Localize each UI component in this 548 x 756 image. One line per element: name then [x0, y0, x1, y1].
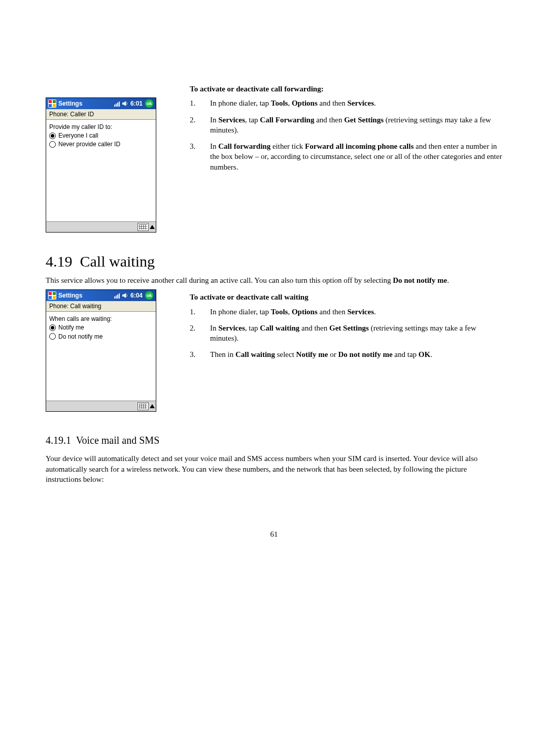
svg-rect-1: [116, 104, 117, 107]
svg-rect-5: [114, 297, 115, 299]
windows-flag-icon: [48, 291, 56, 300]
step: 2. In Services, tap Call Forwarding and …: [190, 115, 502, 136]
radio-dot-selected-icon: [49, 324, 56, 331]
step: 3. In Call forwarding either tick Forwar…: [190, 141, 502, 172]
device-1: Settings 6:01 ok Phone: Caller ID: [46, 97, 156, 233]
section-title: Call waiting: [80, 253, 155, 270]
device-1-footer: [46, 221, 156, 232]
radio-never: Never provide caller ID: [49, 140, 153, 148]
device-2-title: Settings: [58, 292, 82, 299]
svg-rect-8: [119, 293, 120, 299]
keyboard-icon: [138, 402, 149, 410]
step-text: In Call forwarding either tick Forward a…: [210, 141, 502, 172]
device-1-subtitle: Phone: Caller ID: [46, 109, 156, 120]
subsection-title: Voice mail and SMS: [76, 435, 160, 446]
device-2-label: When calls are waiting:: [49, 315, 153, 323]
windows-flag-icon: [48, 100, 56, 108]
call-waiting-intro: This service allows you to receive anoth…: [46, 275, 502, 285]
radio-everyone-label: Everyone I call: [58, 132, 98, 140]
section-call-waiting-heading: 4.19 Call waiting: [46, 253, 502, 270]
step-text: Then in Call waiting select Notify me or…: [210, 349, 502, 359]
subsection-voice-mail-heading: 4.19.1 Voice mail and SMS: [46, 435, 502, 446]
ok-button-icon: ok: [145, 99, 154, 108]
page-number: 61: [46, 530, 502, 539]
radio-never-label: Never provide caller ID: [58, 140, 120, 148]
device-1-title: Settings: [58, 100, 82, 107]
step-text: In Services, tap Call Forwarding and the…: [210, 115, 502, 136]
step: 1. In phone dialer, tap Tools, Options a…: [190, 307, 502, 317]
call-waiting-text: To activate or deactivate call waiting 1…: [173, 289, 502, 366]
step-text: In phone dialer, tap Tools, Options and …: [210, 98, 502, 108]
step-num: 3.: [190, 349, 210, 359]
voice-mail-paragraph: Your device will automatically detect an…: [46, 453, 502, 484]
step-num: 1.: [190, 98, 210, 108]
step-num: 3.: [190, 141, 210, 172]
device-2-footer: [46, 401, 156, 411]
device-2-subtitle: Phone: Call waiting: [46, 301, 156, 312]
step-num: 2.: [190, 323, 210, 344]
call-waiting-block: Settings 6:04 ok Phone: Call waiting: [46, 289, 502, 412]
speaker-icon: [122, 292, 128, 299]
device-screenshot-2: Settings 6:04 ok Phone: Call waiting: [46, 289, 173, 412]
radio-dot-unselected-icon: [49, 141, 56, 148]
signal-icon: [114, 292, 120, 299]
radio-notify: Notify me: [49, 323, 153, 332]
device-1-body: Provide my caller ID to: Everyone I call…: [46, 120, 156, 221]
call-forwarding-text: To activate or deactivate call forwardin…: [173, 81, 502, 178]
device-2-titlebar: Settings 6:04 ok: [46, 290, 156, 301]
radio-everyone: Everyone I call: [49, 132, 153, 140]
device-2-time: 6:04: [130, 292, 143, 299]
subsection-number: 4.19.1: [46, 435, 71, 446]
radio-dot-selected-icon: [49, 133, 56, 139]
speaker-icon: [122, 101, 128, 107]
device-1-label: Provide my caller ID to:: [49, 123, 153, 131]
keyboard-icon: [138, 223, 149, 231]
device-2-body: When calls are waiting: Notify me Do not…: [46, 312, 156, 401]
svg-marker-9: [122, 293, 126, 298]
radio-notify-label: Notify me: [58, 323, 84, 332]
page: Settings 6:01 ok Phone: Caller ID: [0, 0, 548, 569]
step-text: In phone dialer, tap Tools, Options and …: [210, 307, 502, 317]
svg-rect-6: [116, 295, 117, 299]
arrow-up-icon: [150, 225, 155, 229]
svg-rect-2: [117, 103, 118, 107]
radio-do-not-notify: Do not notify me: [49, 333, 153, 341]
step-text: In Services, tap Call waiting and then G…: [210, 323, 502, 344]
signal-icon: [114, 101, 120, 107]
call-forwarding-steps: 1. In phone dialer, tap Tools, Options a…: [190, 98, 502, 172]
device-1-time: 6:01: [130, 100, 143, 107]
arrow-up-icon: [150, 404, 155, 408]
device-1-titlebar: Settings 6:01 ok: [46, 98, 156, 109]
step: 1. In phone dialer, tap Tools, Options a…: [190, 98, 502, 108]
radio-dot-unselected-icon: [49, 333, 56, 340]
device-screenshot-1: Settings 6:01 ok Phone: Caller ID: [46, 81, 173, 233]
statusbar-icons: 6:04 ok: [114, 291, 154, 300]
call-waiting-steps: 1. In phone dialer, tap Tools, Options a…: [190, 307, 502, 360]
call-forwarding-heading: To activate or deactivate call forwardin…: [190, 84, 502, 94]
call-waiting-heading: To activate or deactivate call waiting: [190, 292, 502, 302]
step-num: 1.: [190, 307, 210, 317]
statusbar-icons: 6:01 ok: [114, 99, 154, 108]
step: 3. Then in Call waiting select Notify me…: [190, 349, 502, 359]
svg-rect-3: [119, 102, 120, 107]
step-num: 2.: [190, 115, 210, 136]
radio-do-not-notify-label: Do not notify me: [58, 333, 102, 341]
ok-button-icon: ok: [145, 291, 154, 300]
step: 2. In Services, tap Call waiting and the…: [190, 323, 502, 344]
call-forwarding-block: Settings 6:01 ok Phone: Caller ID: [46, 81, 502, 233]
svg-marker-4: [122, 101, 126, 106]
svg-rect-0: [114, 105, 115, 107]
device-2: Settings 6:04 ok Phone: Call waiting: [46, 289, 156, 412]
section-number: 4.19: [46, 253, 73, 270]
svg-rect-7: [117, 294, 118, 299]
